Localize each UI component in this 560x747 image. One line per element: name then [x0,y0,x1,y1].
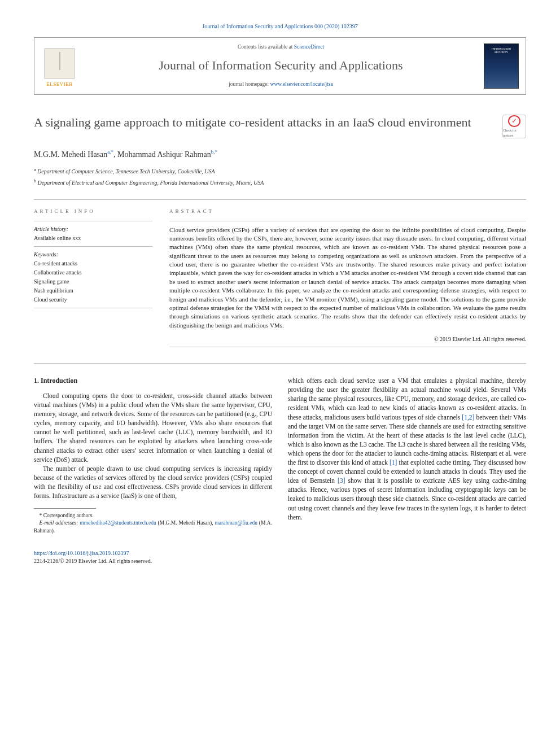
elsevier-logo: ELSEVIER [41,44,78,88]
author-email-link[interactable]: marahman@fiu.edu [215,520,257,526]
issn-copyright: 2214-2126/© 2019 Elsevier Ltd. All right… [34,558,152,564]
corresponding-author-note: * Corresponding authors. [34,512,272,519]
affil-mark: a [34,167,36,172]
keyword: Co-resident attacks [34,260,152,268]
homepage-prefix: journal homepage: [229,81,270,87]
keyword: Nash equilibrium [34,287,152,295]
email-label: E-mail addresses: [40,520,80,526]
citation-link[interactable]: [1] [390,459,397,466]
copyright-line: © 2019 Elsevier Ltd. All rights reserved… [169,335,526,343]
affiliation: b Department of Electrical and Computer … [34,178,526,187]
crossmark-icon: ✓ [508,115,520,127]
affil-text: Department of Computer Science, Tennesse… [37,169,215,175]
affiliation: a Department of Computer Science, Tennes… [34,167,526,176]
article-info-column: ARTICLE INFO Article history: Available … [34,208,152,347]
abstract-column: ABSTRACT Cloud service providers (CSPs) … [169,208,526,347]
running-header: Journal of Information Security and Appl… [34,23,526,30]
abstract-text: Cloud service providers (CSPs) offer a v… [169,221,526,330]
citation-link[interactable]: [3] [338,477,345,484]
author-list: M.G.M. Mehedi Hasana,*, Mohammad Ashiqur… [34,148,526,160]
paragraph: which offers each cloud service user a V… [288,376,526,522]
header-center: Contents lists available at ScienceDirec… [88,43,474,88]
elsevier-tree-icon [44,48,75,79]
journal-header-box: ELSEVIER Contents lists available at Sci… [34,37,526,95]
keywords-label: Keywords: [34,251,152,259]
history-value: Available online xxx [34,234,152,242]
para-text: between their VMs and the target VM on t… [288,414,526,466]
affil-text: Department of Electrical and Computer En… [38,180,264,186]
author-marks: b,* [211,149,217,155]
abstract-label: ABSTRACT [169,208,526,215]
crossmark-badge[interactable]: ✓ Check for updates [502,115,526,138]
doi-link[interactable]: https://doi.org/10.1016/j.jisa.2019.1023… [34,550,129,556]
sciencedirect-link[interactable]: ScienceDirect [294,44,324,50]
keyword: Signaling game [34,278,152,286]
publisher-name: ELSEVIER [46,81,73,88]
author-name: Mohammad Ashiqur Rahman [117,150,211,159]
article-info-label: ARTICLE INFO [34,208,152,215]
paragraph: The number of people drawn to use cloud … [34,464,272,500]
affil-mark: b [34,178,36,184]
keyword: Cloud security [34,296,152,304]
footer-block: https://doi.org/10.1016/j.jisa.2019.1023… [34,549,526,565]
journal-cover-thumbnail: INFORMATION SECURITY [484,43,519,89]
author-email-link[interactable]: mmehediha42@students.tntech.edu [80,520,156,526]
email-footnote: E-mail addresses: mmehediha42@students.t… [34,519,272,535]
keyword: Collaborative attacks [34,269,152,277]
author-marks: a,* [107,149,113,155]
journal-name: Journal of Information Security and Appl… [88,57,474,75]
homepage-line: journal homepage: www.elsevier.com/locat… [88,81,474,88]
history-block: Article history: Available online xxx [34,221,152,246]
paper-title: A signaling game approach to mitigate co… [34,115,491,130]
homepage-link[interactable]: www.elsevier.com/locate/jisa [270,81,333,87]
cover-title: INFORMATION SECURITY [484,47,518,54]
history-label: Article history: [34,225,152,233]
crossmark-label: Check for updates [503,128,526,138]
contents-prefix: Contents lists available at [238,44,294,50]
keywords-block: Keywords: Co-resident attacks Collaborat… [34,246,152,308]
contents-line: Contents lists available at ScienceDirec… [88,43,474,51]
citation-link[interactable]: [1,2] [462,414,474,421]
email-who: (M.G.M. Mehedi Hasan), [156,520,215,526]
paragraph: Cloud computing opens the door to co-res… [34,391,272,464]
body-text: 1. Introduction Cloud computing opens th… [34,363,526,535]
author-name: M.G.M. Mehedi Hasan [34,150,107,159]
footnote-separator [34,508,96,509]
section-heading: 1. Introduction [34,376,272,386]
